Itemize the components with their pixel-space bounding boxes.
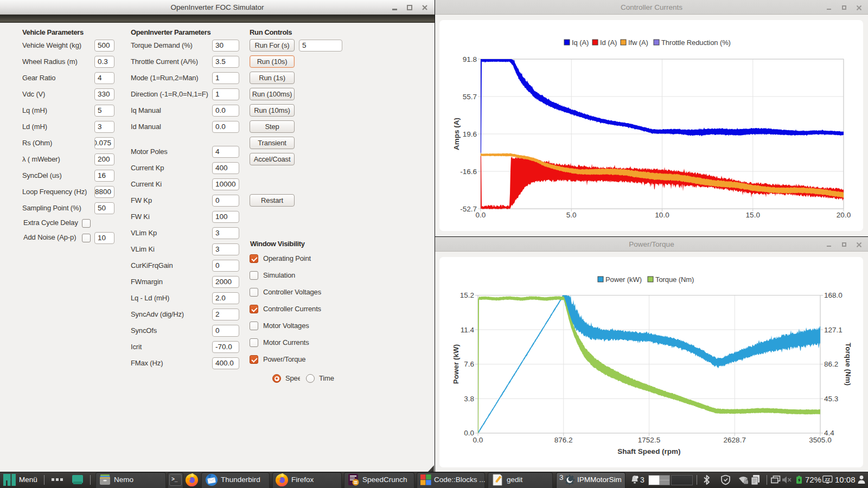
svg-text:91.8: 91.8 (463, 55, 477, 63)
svg-text:Torque (Nm): Torque (Nm) (655, 275, 694, 284)
svg-text:0.0: 0.0 (473, 436, 483, 444)
svg-text:20.0: 20.0 (837, 211, 851, 219)
svg-text:86.2: 86.2 (824, 360, 838, 368)
svg-text:Id (A): Id (A) (600, 38, 617, 47)
svg-text:Power (kW): Power (kW) (452, 344, 460, 384)
svg-text:Iq (A): Iq (A) (572, 38, 589, 47)
svg-text:876.2: 876.2 (554, 436, 573, 444)
svg-text:2628.7: 2628.7 (724, 436, 746, 444)
svg-text:168.0: 168.0 (824, 291, 843, 299)
svg-text:Ifw (A): Ifw (A) (628, 38, 648, 47)
svg-text:0.0: 0.0 (476, 211, 486, 219)
svg-text:Amps (A): Amps (A) (452, 118, 461, 150)
svg-text:Power (kW): Power (kW) (605, 275, 642, 284)
svg-text:3.8: 3.8 (464, 395, 474, 403)
svg-text:Torque (Nm): Torque (Nm) (844, 343, 852, 386)
svg-text:10.0: 10.0 (655, 211, 669, 219)
svg-text:11.4: 11.4 (461, 326, 475, 334)
svg-text:15.0: 15.0 (746, 211, 760, 219)
svg-text:ZZ: ZZ (825, 477, 830, 482)
svg-text:55.7: 55.7 (463, 93, 477, 101)
svg-text:1752.5: 1752.5 (638, 436, 660, 444)
svg-text:127.1: 127.1 (824, 326, 843, 334)
svg-text:45.3: 45.3 (824, 395, 838, 403)
svg-text:Throttle Reduction (%): Throttle Reduction (%) (661, 38, 731, 47)
svg-text:-52.7: -52.7 (460, 205, 477, 213)
svg-text:Shaft Speed (rpm): Shaft Speed (rpm) (617, 447, 680, 455)
svg-text:-16.6: -16.6 (460, 168, 477, 176)
svg-text:19.6: 19.6 (463, 130, 477, 138)
svg-text:5.0: 5.0 (566, 211, 577, 219)
svg-text:3505.0: 3505.0 (809, 436, 831, 444)
svg-text:7.6: 7.6 (464, 360, 474, 368)
svg-text:15.2: 15.2 (460, 291, 474, 299)
